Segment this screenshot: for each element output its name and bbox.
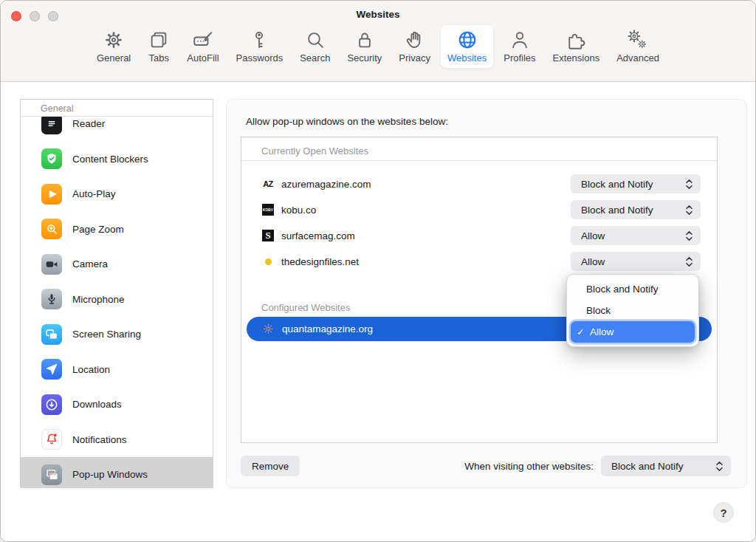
kobu-favicon: KOBU — [261, 204, 275, 216]
bell-icon — [41, 429, 62, 450]
sidebar-item-content-blockers[interactable]: Content Blockers — [21, 142, 213, 177]
select-value: Allow — [581, 256, 605, 267]
safari-settings-window: Websites General Tabs — [0, 0, 756, 542]
tab-security[interactable]: Security — [340, 25, 388, 68]
reader-icon — [41, 117, 62, 134]
main-panel: Allow pop-up windows on the websites bel… — [226, 99, 747, 488]
panel-heading: Allow pop-up windows on the websites bel… — [246, 116, 448, 127]
select-value: Block and Notify — [581, 205, 653, 216]
tab-profiles[interactable]: Profiles — [497, 25, 542, 68]
sidebar-item-label: Reader — [72, 118, 105, 129]
sidebar-item-reader[interactable]: Reader — [21, 117, 213, 142]
sidebar-item-pop-up-windows[interactable]: Pop-up Windows — [21, 457, 213, 487]
sidebar: General Reader Content Blockers — [20, 99, 213, 488]
tab-extensions[interactable]: Extensions — [546, 25, 607, 68]
chevron-up-down-icon — [685, 230, 693, 241]
help-button[interactable]: ? — [713, 502, 734, 523]
navigation-arrow-icon — [41, 359, 62, 380]
tab-websites[interactable]: Websites — [441, 25, 493, 68]
site-name: surfacemag.com — [281, 230, 355, 241]
tab-label: General — [97, 52, 131, 64]
tab-advanced[interactable]: Advanced — [610, 25, 666, 68]
tabs-icon — [148, 29, 170, 51]
surfacemag-favicon: S — [261, 230, 275, 241]
magnifier-plus-icon — [41, 219, 62, 239]
tab-label: Search — [300, 52, 330, 64]
menu-item-block-and-notify[interactable]: Block and Notify — [567, 278, 698, 300]
other-websites-select[interactable]: Block and Notify — [601, 456, 731, 476]
titlebar: Websites General Tabs — [1, 1, 755, 82]
sidebar-item-downloads[interactable]: Downloads — [21, 387, 213, 422]
popup-windows-icon — [41, 464, 62, 485]
chevron-up-down-icon — [685, 256, 693, 267]
play-icon — [41, 184, 62, 205]
tab-label: AutoFill — [187, 52, 219, 64]
lock-icon — [354, 29, 376, 51]
checkmark-icon: ✓ — [577, 326, 586, 337]
chevron-up-down-icon — [685, 179, 693, 190]
tab-search[interactable]: Search — [293, 25, 337, 68]
person-icon — [509, 29, 531, 51]
hand-icon — [404, 29, 426, 51]
tab-label: Tabs — [149, 52, 169, 64]
select-value: Block and Notify — [611, 461, 684, 472]
site-name: thedesignfiles.net — [281, 256, 359, 267]
sidebar-item-label: Pop-up Windows — [72, 469, 148, 480]
tab-label: Websites — [447, 52, 487, 64]
download-circle-icon — [41, 394, 62, 415]
tab-general[interactable]: General — [90, 25, 137, 68]
tab-label: Passwords — [236, 52, 284, 64]
tab-passwords[interactable]: Passwords — [230, 25, 290, 68]
azuremagazine-favicon: AZ — [261, 179, 275, 188]
website-row-kobu: KOBU kobu.co Block and Notify — [261, 199, 701, 220]
sidebar-item-page-zoom[interactable]: Page Zoom — [21, 212, 213, 247]
chevron-up-down-icon — [685, 205, 693, 216]
chevron-up-down-icon — [715, 461, 724, 472]
gear-icon — [103, 29, 125, 51]
shield-check-icon — [41, 148, 62, 169]
settings-body: General Reader Content Blockers — [1, 82, 755, 541]
globe-icon — [456, 29, 478, 51]
gears-icon — [627, 29, 649, 51]
screens-icon — [41, 324, 62, 345]
sidebar-item-label: Downloads — [72, 399, 122, 410]
sidebar-item-camera[interactable]: Camera — [21, 247, 213, 282]
sidebar-item-auto-play[interactable]: Auto-Play — [21, 176, 213, 212]
dropdown-menu: Block and Notify Block ✓ Allow — [566, 274, 699, 347]
website-row-surfacemag: S surfacemag.com Allow — [261, 225, 701, 246]
autofill-pencil-icon — [192, 29, 214, 51]
behavior-select-kobu[interactable]: Block and Notify — [571, 200, 701, 219]
magnifier-icon — [304, 29, 326, 51]
tab-tabs[interactable]: Tabs — [141, 25, 176, 68]
configured-websites-header: Configured Websites — [261, 302, 350, 313]
sidebar-item-label: Location — [72, 364, 110, 375]
sidebar-item-notifications[interactable]: Notifications — [21, 422, 213, 458]
behavior-select-thedesignfiles[interactable]: Allow — [571, 252, 701, 271]
behavior-select-surfacemag[interactable]: Allow — [571, 226, 701, 245]
key-icon — [248, 29, 270, 51]
tab-autofill[interactable]: AutoFill — [180, 25, 225, 68]
sidebar-item-screen-sharing[interactable]: Screen Sharing — [21, 317, 213, 352]
sidebar-section-header: General — [41, 103, 73, 114]
tab-label: Security — [347, 52, 382, 64]
remove-button[interactable]: Remove — [241, 456, 300, 476]
microphone-icon — [41, 289, 62, 309]
sidebar-item-microphone[interactable]: Microphone — [21, 282, 213, 318]
site-name: kobu.co — [281, 205, 316, 216]
sidebar-item-label: Content Blockers — [72, 154, 148, 165]
menu-item-block[interactable]: Block — [567, 300, 698, 321]
sidebar-item-label: Microphone — [72, 294, 125, 305]
sidebar-item-label: Page Zoom — [72, 224, 124, 235]
window-title: Websites — [1, 9, 755, 20]
sidebar-item-location[interactable]: Location — [21, 352, 213, 388]
website-row-azuremagazine: AZ azuremagazine.com Block and Notify — [261, 174, 701, 194]
menu-item-allow[interactable]: ✓ Allow — [571, 321, 695, 343]
site-name: quantamagazine.org — [282, 323, 373, 335]
tab-privacy[interactable]: Privacy — [392, 25, 437, 68]
tab-label: Privacy — [399, 52, 430, 64]
open-websites-header: Currently Open Websites — [261, 145, 368, 157]
other-websites-label: When visiting other websites: — [464, 461, 594, 472]
video-camera-icon — [41, 254, 62, 275]
behavior-select-azuremagazine[interactable]: Block and Notify — [571, 174, 701, 193]
thedesignfiles-favicon — [261, 258, 275, 265]
